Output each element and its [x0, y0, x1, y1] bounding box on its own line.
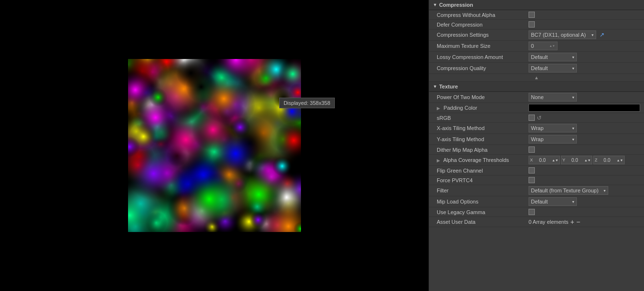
asset-user-data-row: Asset User Data 0 Array elements + − [429, 217, 644, 227]
compression-quality-label: Compression Quality [437, 65, 529, 71]
y-axis-tiling-value: Wrap [529, 135, 640, 144]
texture-collapse-arrow: ▼ [433, 84, 437, 89]
alpha-coverage-y-field[interactable]: Y 0.0 ▲▼ [561, 156, 592, 164]
texture-section-title: Texture [439, 84, 458, 89]
compression-collapse-arrow: ▼ [433, 2, 437, 7]
asset-user-data-label: Asset User Data [437, 219, 529, 225]
alpha-coverage-z-field[interactable]: Z 0.0 ▲▼ [593, 156, 625, 164]
compress-without-alpha-row: Compress Without Alpha [429, 10, 644, 20]
force-pvrtc4-value [529, 177, 640, 183]
alpha-coverage-vec3: X 0.0 ▲▼ Y 0.0 ▲▼ Z 0.0 ▲▼ [529, 156, 625, 164]
maximum-texture-size-field[interactable]: 0 ▲▼ [529, 42, 558, 50]
defer-compression-row: Defer Compression [429, 20, 644, 29]
padding-color-row: ▶ Padding Color [429, 103, 644, 113]
compression-quality-value: Default [529, 64, 640, 73]
flip-green-label: Flip Green Channel [437, 168, 529, 174]
compress-without-alpha-checkbox[interactable] [529, 12, 535, 18]
alpha-coverage-expand-arrow: ▶ [437, 158, 440, 163]
power-of-two-dropdown-wrapper: None [529, 93, 577, 102]
use-legacy-gamma-checkbox[interactable] [529, 209, 535, 215]
flip-green-row: Flip Green Channel [429, 166, 644, 175]
y-axis-tiling-label: Y-axis Tiling Method [437, 136, 529, 142]
compress-without-alpha-value [529, 12, 640, 18]
y-axis-tiling-dropdown-wrapper: Wrap [529, 135, 577, 144]
dither-mip-map-value [529, 146, 640, 153]
compression-settings-dropdown-wrapper: BC7 (DX11, optional A) [529, 30, 596, 39]
compression-settings-row: Compression Settings BC7 (DX11, optional… [429, 29, 644, 41]
compression-quality-dropdown[interactable]: Default [529, 64, 577, 73]
dither-mip-map-checkbox[interactable] [529, 146, 535, 153]
tooltip-label: Displayed: 358x358 [279, 98, 335, 108]
defer-compression-checkbox[interactable] [529, 21, 535, 28]
compression-collapse-btn[interactable]: ▲ [534, 75, 539, 80]
compression-quality-row: Compression Quality Default [429, 63, 644, 74]
alpha-coverage-row: ▶ Alpha Coverage Thresholds X 0.0 ▲▼ Y 0… [429, 155, 644, 166]
lossy-compression-value: Default [529, 53, 640, 61]
mip-load-options-value: Default [529, 197, 640, 206]
srgb-label: sRGB [437, 115, 529, 121]
preview-panel: Displayed: 358x358 [0, 0, 429, 291]
compress-without-alpha-label: Compress Without Alpha [437, 12, 529, 18]
srgb-row: sRGB ↺ [429, 113, 644, 123]
texture-canvas [128, 59, 301, 232]
asset-user-data-count: 0 Array elements [529, 219, 569, 225]
maximum-texture-size-value: 0 ▲▼ [529, 42, 640, 50]
filter-row: Filter Default (from Texture Group) [429, 185, 644, 196]
asset-user-data-remove-icon[interactable]: − [576, 218, 580, 226]
padding-color-value [529, 104, 640, 112]
padding-color-expand-arrow: ▶ [437, 106, 440, 111]
x-axis-tiling-label: X-axis Tiling Method [437, 125, 529, 131]
maximum-texture-size-row: Maximum Texture Size 0 ▲▼ [429, 41, 644, 52]
flip-green-checkbox[interactable] [529, 167, 535, 174]
compression-section-title: Compression [439, 2, 473, 8]
x-axis-tiling-dropdown-wrapper: Wrap [529, 124, 577, 132]
compression-quality-dropdown-wrapper: Default [529, 64, 577, 73]
asset-user-data-add-icon[interactable]: + [571, 218, 574, 226]
x-axis-tiling-row: X-axis Tiling Method Wrap [429, 123, 644, 134]
filter-value: Default (from Texture Group) [529, 186, 640, 195]
filter-dropdown-wrapper: Default (from Texture Group) [529, 186, 608, 195]
power-of-two-value: None [529, 93, 640, 102]
use-legacy-gamma-label: Use Legacy Gamma [437, 209, 529, 215]
dither-mip-map-row: Dither Mip Map Alpha [429, 145, 644, 155]
filter-dropdown[interactable]: Default (from Texture Group) [529, 186, 608, 195]
compression-settings-dropdown[interactable]: BC7 (DX11, optional A) [529, 30, 596, 39]
texture-section-header[interactable]: ▼ Texture [429, 82, 644, 92]
x-axis-tiling-dropdown[interactable]: Wrap [529, 124, 577, 132]
y-axis-tiling-dropdown[interactable]: Wrap [529, 135, 577, 144]
asset-user-data-value: 0 Array elements + − [529, 218, 640, 226]
y-axis-tiling-row: Y-axis Tiling Method Wrap [429, 134, 644, 145]
alpha-coverage-x-field[interactable]: X 0.0 ▲▼ [529, 156, 560, 164]
lossy-compression-dropdown[interactable]: Default [529, 53, 577, 61]
compression-section-header[interactable]: ▼ Compression [429, 0, 644, 10]
properties-panel: ▼ Compression Compress Without Alpha Def… [429, 0, 644, 291]
compression-settings-value: BC7 (DX11, optional A) ↗ [529, 30, 640, 39]
maximum-texture-size-label: Maximum Texture Size [437, 43, 529, 49]
padding-color-swatch[interactable] [529, 104, 640, 112]
srgb-value: ↺ [529, 115, 640, 121]
srgb-reset-icon[interactable]: ↺ [537, 115, 542, 121]
lossy-compression-dropdown-wrapper: Default [529, 53, 577, 61]
filter-label: Filter [437, 188, 529, 193]
padding-color-label: ▶ Padding Color [437, 105, 529, 111]
mip-load-options-row: Mip Load Options Default [429, 196, 644, 207]
force-pvrtc4-checkbox[interactable] [529, 177, 535, 183]
force-pvrtc4-row: Force PVRTC4 [429, 175, 644, 185]
compression-settings-link-icon[interactable]: ↗ [600, 31, 604, 38]
defer-compression-label: Defer Compression [437, 22, 529, 28]
srgb-checkbox[interactable] [529, 115, 535, 121]
image-container: Displayed: 358x358 [128, 59, 301, 232]
power-of-two-label: Power Of Two Mode [437, 94, 529, 100]
compression-divider: ▲ [429, 74, 644, 82]
power-of-two-dropdown[interactable]: None [529, 93, 577, 102]
mip-load-options-dropdown[interactable]: Default [529, 197, 577, 206]
power-of-two-row: Power Of Two Mode None [429, 92, 644, 103]
lossy-compression-label: Lossy Compression Amount [437, 54, 529, 60]
texture-size-arrows: ▲▼ [549, 44, 555, 47]
force-pvrtc4-label: Force PVRTC4 [437, 177, 529, 183]
alpha-coverage-value: X 0.0 ▲▼ Y 0.0 ▲▼ Z 0.0 ▲▼ [529, 156, 640, 164]
lossy-compression-row: Lossy Compression Amount Default [429, 52, 644, 63]
flip-green-value [529, 167, 640, 174]
use-legacy-gamma-value [529, 209, 640, 215]
compression-settings-label: Compression Settings [437, 32, 529, 38]
